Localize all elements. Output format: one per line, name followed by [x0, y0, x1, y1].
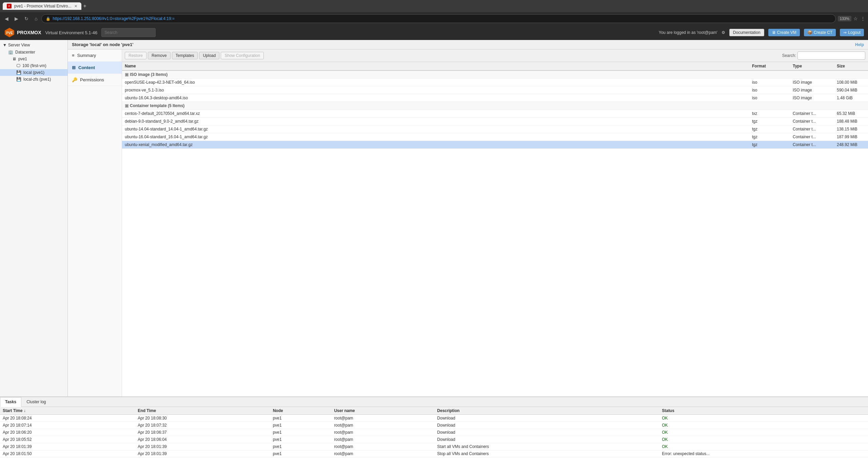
tab-tasks[interactable]: Tasks [0, 397, 21, 407]
browser-tab[interactable]: ✕ pve1 - Proxmox Virtual Enviro... ✕ [3, 2, 81, 10]
task-row[interactable]: Apr 20 18:06:20 Apr 20 18:06:37 pve1 roo… [0, 429, 868, 436]
table-row[interactable]: ubuntu-xenial_modified_amd64.tar.gz tgz … [122, 141, 868, 149]
task-user: root@pam [331, 415, 434, 422]
pve1-icon: 🖥 [12, 57, 16, 61]
remove-button[interactable]: Remove [148, 52, 171, 59]
file-size: 1.48 GiB [834, 94, 868, 102]
vm100-label: 100 (first-vm) [22, 63, 46, 68]
task-node: pve1 [270, 422, 332, 429]
proxmox-logo-icon: PVE [4, 27, 15, 38]
bookmark-icon[interactable]: ☆ [853, 16, 858, 21]
tab-close-button[interactable]: ✕ [74, 4, 77, 8]
task-row[interactable]: Apr 20 18:01:50 Apr 20 18:01:39 pve1 roo… [0, 450, 868, 457]
task-start: Apr 20 18:05:52 [0, 436, 135, 443]
task-user: root@pam [331, 450, 434, 457]
table-row[interactable]: debian-9.0-standard_9.0-2_amd64.tar.gz t… [122, 118, 868, 125]
task-row[interactable]: Apr 20 18:05:52 Apr 20 18:06:04 pve1 roo… [0, 436, 868, 443]
file-table-body: ▣ISO image (3 Items) openSUSE-Leap-42.3-… [122, 70, 868, 149]
task-start: Apr 20 18:01:50 [0, 450, 135, 457]
task-status: OK [659, 429, 868, 436]
restore-button[interactable]: Restore [125, 52, 146, 59]
task-row[interactable]: Apr 20 18:01:39 Apr 20 18:01:39 pve1 roo… [0, 443, 868, 450]
task-row[interactable]: Apr 20 18:07:14 Apr 20 18:07:32 pve1 roo… [0, 422, 868, 429]
forward-button[interactable]: ▶ [13, 15, 20, 23]
tab-favicon: ✕ [7, 4, 12, 8]
server-view-expand-icon: ▼ [3, 43, 7, 47]
url-text: https://192.168.1.251:8006/#v1:0=storage… [53, 16, 175, 21]
file-table-container: Name Format Type Size ▣ISO image (3 Item… [122, 62, 868, 396]
file-size: 65.32 MiB [834, 110, 868, 118]
task-user: root@pam [331, 422, 434, 429]
file-size: 590.04 MiB [834, 86, 868, 94]
logout-button[interactable]: ⇒ Logout [840, 29, 864, 36]
task-user: root@pam [331, 429, 434, 436]
file-size: 187.99 MiB [834, 133, 868, 141]
file-type: Container t... [790, 141, 834, 149]
task-end: Apr 20 18:01:39 [135, 443, 270, 450]
bottom-panel: Tasks Cluster log Start Time ↓ End Time … [0, 396, 868, 471]
file-name: ubuntu-14.04-standard_14.04-1_amd64.tar.… [122, 125, 749, 133]
table-row[interactable]: proxmox-ve_5.1-3.iso iso ISO image 590.0… [122, 86, 868, 94]
table-row[interactable]: ubuntu-14.04-standard_14.04-1_amd64.tar.… [122, 125, 868, 133]
sidebar-item-local-zfs[interactable]: 💾 local-zfs (pve1) [0, 76, 67, 83]
sidebar-item-local[interactable]: 💾 local (pve1) [0, 69, 67, 76]
refresh-button[interactable]: ↻ [22, 15, 31, 23]
table-row[interactable]: openSUSE-Leap-42.3-NET-x86_64.iso iso IS… [122, 79, 868, 86]
task-start: Apr 20 18:01:39 [0, 443, 135, 450]
help-link[interactable]: Help [855, 42, 864, 47]
browser-chrome: ✕ pve1 - Proxmox Virtual Enviro... ✕ + [0, 0, 868, 12]
tab-cluster-log[interactable]: Cluster log [21, 397, 51, 407]
address-bar[interactable]: 🔒 https://192.168.1.251:8006/#v1:0=stora… [41, 14, 835, 23]
group-collapse-icon: ▣ [125, 72, 129, 77]
file-type: Container t... [790, 133, 834, 141]
task-user: root@pam [331, 436, 434, 443]
back-button[interactable]: ◀ [3, 15, 11, 23]
create-vm-button[interactable]: 🖥 Create VM [768, 29, 800, 36]
task-node: pve1 [270, 429, 332, 436]
create-ct-button[interactable]: 📦 Create CT [804, 29, 836, 36]
new-tab-button[interactable]: + [83, 3, 86, 9]
inner-content: Restore Remove Templates Upload Show Con… [122, 49, 868, 396]
permissions-icon: 🔑 [72, 77, 77, 82]
home-button[interactable]: ⌂ [33, 15, 39, 23]
col-type: Type [790, 62, 834, 70]
file-type: Container t... [790, 118, 834, 125]
nav-item-content[interactable]: ⊞ Content [68, 62, 122, 74]
nav-item-summary[interactable]: ≡ Summary [68, 49, 122, 62]
file-format: iso [749, 86, 790, 94]
templates-button[interactable]: Templates [172, 52, 198, 59]
task-start: Apr 20 18:07:14 [0, 422, 135, 429]
tab-title: pve1 - Proxmox Virtual Enviro... [14, 4, 72, 8]
tasks-col-user: User name [331, 407, 434, 415]
upload-button[interactable]: Upload [199, 52, 219, 59]
table-row[interactable]: ubuntu-16.04-standard_16.04-1_amd64.tar.… [122, 133, 868, 141]
col-size: Size [834, 62, 868, 70]
summary-icon: ≡ [72, 53, 75, 58]
tasks-col-start: Start Time ↓ [0, 407, 135, 415]
sidebar-item-pve1[interactable]: 🖥 pve1 [0, 56, 67, 62]
sidebar-item-vm100[interactable]: 🖵 100 (first-vm) [0, 62, 67, 69]
task-end: Apr 20 18:07:32 [135, 422, 270, 429]
task-row[interactable]: Apr 20 18:08:24 Apr 20 18:08:30 pve1 roo… [0, 415, 868, 422]
content-search-input[interactable] [797, 52, 865, 60]
task-start: Apr 20 18:08:24 [0, 415, 135, 422]
tasks-col-desc: Description [434, 407, 659, 415]
settings-gear-icon[interactable]: ⚙ [722, 30, 725, 35]
task-node: pve1 [270, 450, 332, 457]
logo-text: PROXMOX [17, 30, 41, 35]
table-row[interactable]: ubuntu-16.04.3-desktop-amd64.iso iso ISO… [122, 94, 868, 102]
header-search-input[interactable] [101, 28, 156, 37]
nav-item-permissions[interactable]: 🔑 Permissions [68, 74, 122, 86]
task-status: OK [659, 422, 868, 429]
show-config-button[interactable]: Show Configuration [221, 52, 264, 59]
storage-icon: 💾 [16, 70, 21, 75]
sidebar-item-datacenter[interactable]: 🏢 Datacenter [0, 49, 67, 56]
server-view-header[interactable]: ▼ Server View [0, 41, 67, 49]
documentation-button[interactable]: Documentation [729, 29, 764, 36]
file-type: ISO image [790, 94, 834, 102]
file-format: tgz [749, 141, 790, 149]
file-table: Name Format Type Size ▣ISO image (3 Item… [122, 62, 868, 149]
settings-icon[interactable]: ⋮ [861, 16, 865, 21]
file-type: Container t... [790, 110, 834, 118]
table-row[interactable]: centos-7-default_20170504_amd64.tar.xz t… [122, 110, 868, 118]
